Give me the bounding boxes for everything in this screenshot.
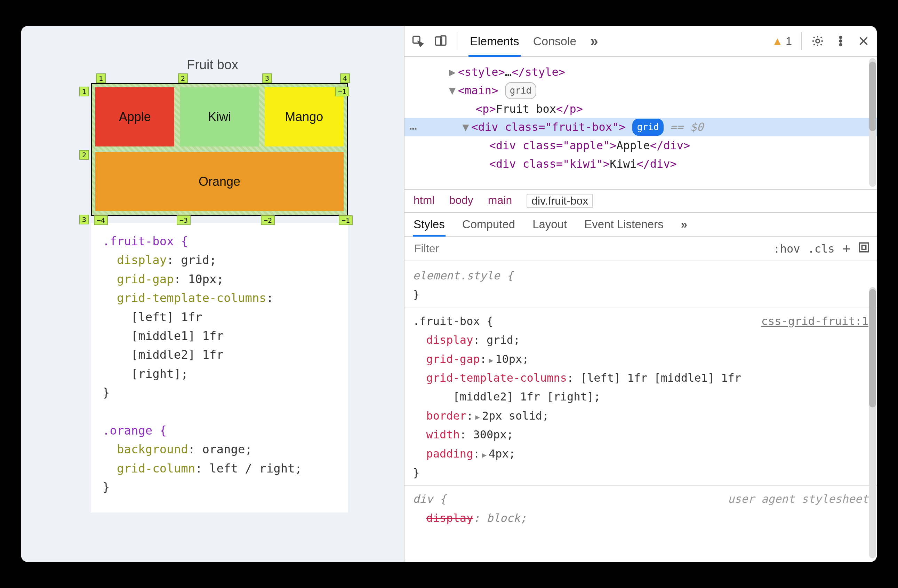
tab-console[interactable]: Console — [533, 26, 577, 56]
cls-toggle[interactable]: .cls — [808, 242, 835, 256]
bc-fruitbox[interactable]: div.fruit-box — [527, 194, 593, 208]
toolbar-divider — [457, 32, 457, 50]
snippet-brace-2: } — [103, 480, 109, 494]
styles-filter-input[interactable] — [411, 240, 766, 257]
grid-col-bot-1: −4 — [94, 215, 108, 225]
styles-rules-pane[interactable]: element.style { } .fruit-box { css-grid-… — [404, 261, 877, 532]
devtools-pane: Elements Console » ▲ 1 ▶<style>…</style — [404, 26, 877, 562]
toolbar-divider-2 — [801, 32, 802, 50]
rule-selector-div[interactable]: div { — [413, 489, 446, 508]
warnings-badge[interactable]: ▲ 1 — [772, 35, 792, 48]
grid-col-top-2: 2 — [178, 74, 188, 83]
new-rule-button[interactable]: + — [843, 245, 850, 252]
cell-mango[interactable]: Mango — [264, 87, 344, 146]
tabs-overflow[interactable]: » — [590, 26, 598, 56]
cell-kiwi[interactable]: Kiwi — [180, 87, 259, 146]
subtab-eventlisteners[interactable]: Event Listeners — [584, 218, 663, 236]
snippet-selector-2: .orange { — [103, 423, 167, 437]
warning-icon: ▲ — [772, 35, 783, 48]
rule-element-style[interactable]: element.style { — [413, 269, 514, 282]
styles-scrollbar[interactable] — [869, 287, 876, 559]
grid-row-left-2: 2 — [79, 150, 89, 160]
expand-icon[interactable]: ▶ — [482, 448, 487, 461]
grid-row-left-1: 1 — [79, 87, 89, 96]
grid-overlay-wrap: Apple Kiwi Mango Orange 1 2 3 4 1 2 3 −1… — [91, 83, 348, 216]
expand-icon[interactable]: ▶ — [489, 354, 493, 367]
dom-node-fruitbox-selected[interactable]: ▼<div class="fruit-box"> grid== $0 — [404, 118, 877, 136]
dom-node-style[interactable]: ▶<style>…</style> — [429, 63, 870, 82]
styles-subtabs: Styles Computed Layout Event Listeners » — [404, 212, 877, 237]
grid-row-left-3: 3 — [79, 215, 89, 225]
page-preview-pane: Fruit box Apple Kiwi Mango Orange 1 2 3 … — [21, 26, 404, 562]
svg-rect-7 — [860, 243, 869, 252]
grid-badge[interactable]: grid — [505, 82, 537, 99]
subtab-computed[interactable]: Computed — [462, 218, 515, 236]
page-title: Fruit box — [187, 57, 238, 72]
subtab-layout[interactable]: Layout — [532, 218, 567, 236]
device-toggle-icon[interactable] — [434, 35, 447, 47]
grid-right-neg1: −1 — [335, 87, 349, 96]
kebab-menu-icon[interactable] — [833, 35, 847, 47]
svg-rect-8 — [862, 245, 866, 249]
grid-col-top-4: 4 — [340, 74, 350, 83]
inspect-icon[interactable] — [411, 35, 424, 47]
dom-node-main[interactable]: ▼<main> grid — [429, 82, 870, 100]
svg-point-5 — [840, 40, 842, 42]
warnings-count: 1 — [786, 35, 792, 48]
devtools-tabs: Elements Console » — [470, 26, 598, 56]
svg-point-6 — [840, 44, 842, 46]
grid-col-top-3: 3 — [262, 74, 272, 83]
subtabs-overflow[interactable]: » — [681, 218, 687, 236]
dom-node-apple[interactable]: <div class="apple">Apple</div> — [429, 136, 870, 155]
dollar-zero: == $0 — [670, 120, 703, 134]
tab-elements[interactable]: Elements — [470, 26, 519, 56]
grid-col-bot-3: −2 — [261, 215, 275, 225]
grid-badge-active[interactable]: grid — [632, 119, 664, 136]
dom-node-p[interactable]: <p>Fruit box</p> — [429, 100, 870, 118]
computed-box-icon[interactable] — [858, 242, 870, 256]
breadcrumb: html body main div.fruit-box — [404, 189, 877, 212]
grid-col-bot-2: −3 — [177, 215, 191, 225]
rule-source-ua: user agent stylesheet — [727, 489, 869, 508]
hov-toggle[interactable]: :hov — [773, 242, 800, 256]
close-icon[interactable] — [856, 35, 870, 47]
rule-source-link[interactable]: css-grid-fruit:1 — [761, 312, 869, 331]
dom-node-kiwi[interactable]: <div class="kiwi">Kiwi</div> — [429, 155, 870, 173]
fruit-box-grid[interactable]: Apple Kiwi Mango Orange 1 2 3 4 1 2 3 −1… — [91, 83, 348, 216]
dom-tree[interactable]: ▶<style>…</style> ▼<main> grid <p>Fruit … — [404, 57, 877, 189]
subtab-styles[interactable]: Styles — [414, 218, 445, 236]
dom-scrollbar[interactable] — [869, 58, 876, 187]
bc-html[interactable]: html — [414, 194, 434, 208]
grid-col-bot-4: −1 — [339, 215, 353, 225]
svg-point-4 — [840, 37, 842, 38]
devtools-toolbar: Elements Console » ▲ 1 — [404, 26, 877, 57]
expand-icon[interactable]: ▶ — [475, 411, 480, 423]
devtools-window: Fruit box Apple Kiwi Mango Orange 1 2 3 … — [21, 26, 877, 562]
rule-selector-fruitbox[interactable]: .fruit-box { — [413, 312, 493, 331]
source-css-snippet: .fruit-box { display: grid; grid-gap: 10… — [91, 223, 348, 513]
cell-apple[interactable]: Apple — [95, 87, 174, 146]
gear-icon[interactable] — [811, 35, 825, 47]
snippet-brace-1: } — [103, 385, 109, 399]
bc-main[interactable]: main — [488, 194, 512, 208]
styles-filter-row: :hov .cls + — [404, 237, 877, 261]
bc-body[interactable]: body — [449, 194, 473, 208]
svg-point-3 — [816, 39, 820, 43]
grid-col-top-1: 1 — [96, 74, 106, 83]
snippet-selector-1: .fruit-box { — [103, 234, 188, 248]
cell-orange[interactable]: Orange — [95, 152, 344, 211]
